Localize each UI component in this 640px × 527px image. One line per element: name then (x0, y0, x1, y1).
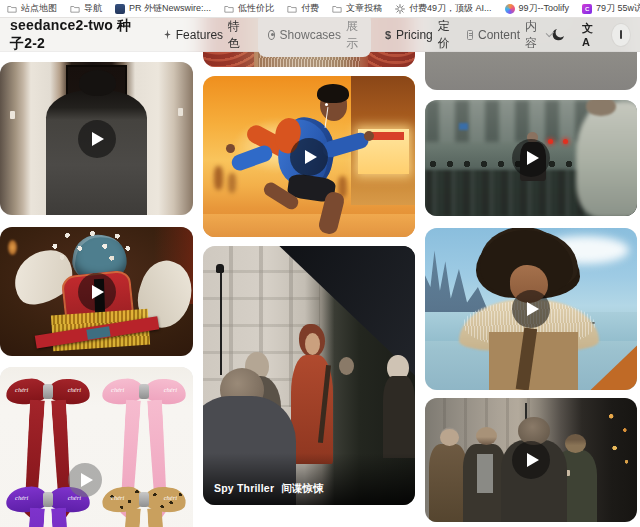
menu-button[interactable] (612, 24, 630, 46)
translate-icon: 文A (582, 21, 596, 48)
video-tile-chase[interactable] (425, 100, 637, 216)
bow-brand-label: chéri (111, 386, 124, 393)
bookmark-folder-sitemap[interactable]: 站点地图 (7, 2, 57, 15)
nav-features-label: Features (176, 28, 223, 42)
menu-icon (620, 30, 623, 39)
folder-icon (7, 4, 17, 14)
video-caption: Spy Thriller 间谍惊悚 (214, 482, 324, 496)
video-tile-opera[interactable] (0, 227, 193, 356)
theme-toggle-button[interactable] (551, 27, 566, 42)
play-button[interactable] (512, 139, 550, 177)
video-tile-ribbons[interactable]: chéri chéri chéri chéri chéri chéri chér… (0, 367, 193, 527)
app-window: 站点地图 导航 PR 外链Newswire:... 低性价比 付费 文章投稿 付… (0, 0, 640, 527)
bookmark-newswire[interactable]: PR 外链Newswire:... (115, 2, 211, 15)
nav-pricing-label: Pricing (396, 28, 433, 42)
bow-brand-label: chéri (111, 494, 124, 501)
thumbnail-art-spy (203, 246, 415, 505)
bookmark-paid49[interactable]: 付费49刀，顶级 AI... (395, 2, 492, 15)
bookmark-folder-articles[interactable]: 文章投稿 (332, 2, 382, 15)
bookmark-label: 站点地图 (21, 2, 57, 15)
video-tile-runner[interactable] (203, 76, 415, 237)
nav-features[interactable]: Features 特色 (164, 18, 243, 52)
bookmark-label: 导航 (84, 2, 102, 15)
video-tile-hallway[interactable] (0, 62, 193, 215)
gear-icon (395, 4, 405, 14)
play-button[interactable] (78, 273, 116, 311)
play-button[interactable] (512, 290, 550, 328)
newswire-site-icon (115, 4, 125, 14)
bookmark-label: 文章投稿 (346, 2, 382, 15)
bow-brand-label: chéri (68, 386, 81, 393)
bookmark-folder-paid[interactable]: 付费 (287, 2, 319, 15)
video-tile-street[interactable] (425, 398, 637, 522)
moon-icon (551, 27, 566, 42)
bookmark-toolify[interactable]: 99刀--Toolify (505, 2, 570, 15)
navbar-actions: 文A (551, 21, 630, 48)
nav-showcases-label-zh: 展示 (346, 18, 361, 52)
nav-content-label: Content (478, 28, 520, 42)
document-icon (467, 30, 473, 40)
folder-icon (224, 4, 234, 14)
folder-icon (70, 4, 80, 14)
bookmark-label: 付费49刀，顶级 AI... (409, 2, 492, 15)
bookmark-label: PR 外链Newswire:... (129, 2, 211, 15)
nav-content-label-zh: 内容 (525, 18, 541, 52)
play-button[interactable] (78, 120, 116, 158)
nav-content[interactable]: Content 内容 (467, 18, 551, 52)
bookmark-folder-lowvalue[interactable]: 低性价比 (224, 2, 274, 15)
toolify-site-icon (505, 4, 515, 14)
play-button[interactable] (68, 463, 102, 497)
bookmark-c-site[interactable]: C 79刀 55w访问 AI... (582, 2, 640, 15)
bow-brand-label: chéri (164, 386, 177, 393)
site-navbar: seedance2-two 种子2-2 Features 特色 Showcase… (0, 18, 640, 52)
bow-brand-label: chéri (15, 386, 28, 393)
video-tile-spy-thriller[interactable]: Spy Thriller 间谍惊悚 (203, 246, 415, 505)
nav-features-label-zh: 特色 (228, 18, 244, 52)
brand-title[interactable]: seedance2-two 种子2-2 (10, 17, 142, 53)
bow-brand-label: chéri (164, 494, 177, 501)
c-site-icon: C (582, 4, 592, 14)
bookmark-label: 79刀 55w访问 AI... (596, 2, 640, 15)
target-icon (268, 30, 275, 40)
bookmark-label: 付费 (301, 2, 319, 15)
bow-brand-label: chéri (15, 494, 28, 501)
nav-pricing-label-zh: 定价 (438, 18, 450, 52)
thumbnail-art-ribbons: chéri chéri chéri chéri chéri chéri chér… (0, 367, 193, 527)
bookmark-label: 99刀--Toolify (519, 2, 570, 15)
bookmark-folder-nav[interactable]: 导航 (70, 2, 102, 15)
dollar-icon: $ (385, 29, 391, 41)
folder-icon (287, 4, 297, 14)
folder-icon (332, 4, 342, 14)
bookmarks-bar: 站点地图 导航 PR 外链Newswire:... 低性价比 付费 文章投稿 付… (0, 0, 640, 18)
nav-showcases[interactable]: Showcases 展示 (258, 13, 371, 57)
caption-en: Spy Thriller (214, 482, 274, 496)
caption-zh: 间谍惊悚 (281, 482, 324, 496)
nav-pricing[interactable]: $ Pricing 定价 (385, 18, 450, 52)
nav-showcases-label: Showcases (280, 28, 341, 42)
sparkles-icon (164, 30, 170, 40)
play-button[interactable] (290, 138, 328, 176)
translate-button[interactable]: 文A (582, 21, 596, 48)
play-button[interactable] (512, 441, 550, 479)
bookmark-label: 低性价比 (238, 2, 274, 15)
video-tile-boy[interactable] (425, 228, 637, 390)
